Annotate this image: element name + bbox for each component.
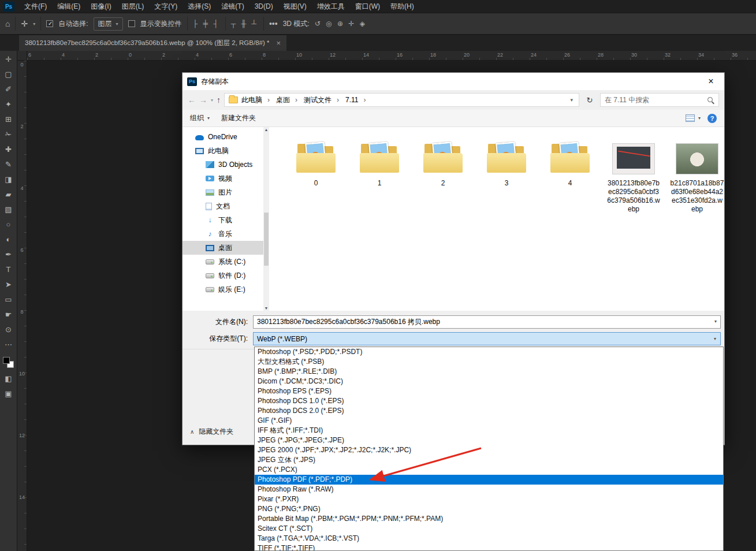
savetype-combobox[interactable]: WebP (*.WEBP) ▾ [253, 332, 721, 345]
folder-item[interactable]: 3 [475, 132, 538, 188]
quick-mask-icon[interactable]: ◧ [2, 374, 15, 383]
sidebar-scrollbar[interactable]: ▲ ▼ [263, 127, 269, 311]
sidebar-item-onedrive[interactable]: OneDrive [183, 130, 263, 144]
align-icons[interactable]: ├ ╪ ┤ [193, 20, 220, 28]
sidebar-item-downloads[interactable]: ↓ 下载 [183, 213, 263, 227]
filetype-option[interactable]: Photoshop EPS (*.EPS) [255, 386, 723, 396]
eraser-tool[interactable]: ▰ [2, 190, 15, 199]
gradient-tool[interactable]: ▧ [2, 205, 15, 214]
filetype-option[interactable]: TIFF (*.TIF;*.TIFF) [255, 543, 723, 551]
scrollbar-thumb[interactable] [264, 213, 269, 266]
healing-brush-tool[interactable]: ✚ [2, 145, 15, 154]
edit-toolbar-icon[interactable]: ⋯ [2, 340, 15, 349]
menu-item[interactable]: 3D(D) [249, 0, 278, 13]
pen-tool[interactable]: ✒ [2, 250, 15, 259]
breadcrumb-item[interactable]: 此电脑 [240, 95, 275, 105]
color-swatches[interactable] [3, 357, 14, 368]
file-item[interactable]: b21c8701a18b87d63f0e68eb44a2ec351e30fd2a… [665, 132, 724, 214]
eyedropper-tool[interactable]: ✁ [2, 130, 15, 139]
menu-item[interactable]: 帮助(H) [385, 0, 419, 13]
sidebar-item-this-pc[interactable]: 此电脑 [183, 144, 263, 158]
menu-item[interactable]: 视图(V) [278, 0, 312, 13]
quick-selection-tool[interactable]: ✦ [2, 100, 15, 109]
path-selection-tool[interactable]: ➤ [2, 280, 15, 289]
dodge-tool[interactable]: ◐ [2, 235, 15, 244]
filetype-option[interactable]: Photoshop DCS 2.0 (*.EPS) [255, 406, 723, 416]
sidebar-item-drive-d[interactable]: 软件 (D:) [183, 269, 263, 282]
chevron-down-icon[interactable]: ▾ [714, 336, 716, 341]
filetype-option[interactable]: JPEG 立体 (*.JPS) [255, 455, 723, 465]
search-box[interactable]: 在 7.11 中搜索 [600, 93, 719, 107]
filetype-option[interactable]: BMP (*.BMP;*.RLE;*.DIB) [255, 367, 723, 377]
filetype-option[interactable]: PNG (*.PNG;*.PNG) [255, 504, 723, 514]
view-toggle-button[interactable]: ▾ [686, 114, 701, 122]
filetype-option[interactable]: JPEG 2000 (*.JPF;*.JPX;*.JP2;*.J2C;*.J2K… [255, 445, 723, 455]
breadcrumb-item[interactable]: 测试文件 [303, 95, 344, 105]
sidebar-item-music[interactable]: ♪ 音乐 [183, 227, 263, 241]
filetype-option[interactable]: GIF (*.GIF) [255, 416, 723, 426]
chevron-down-icon[interactable]: ▾ [33, 21, 35, 27]
menu-item[interactable]: 滤镜(T) [216, 0, 249, 13]
scroll-down-icon[interactable]: ▼ [263, 306, 269, 310]
forward-button[interactable]: → [199, 96, 207, 104]
sidebar-item-drive-c[interactable]: 系统 (C:) [183, 255, 263, 269]
brush-tool[interactable]: ✎ [2, 160, 15, 169]
menu-item[interactable]: 选择(S) [183, 0, 216, 13]
sidebar-item-3d-objects[interactable]: 3D Objects [183, 158, 263, 172]
address-dropdown-icon[interactable]: ▾ [567, 97, 576, 103]
dialog-titlebar[interactable]: Ps 存储副本 × [183, 73, 724, 90]
zoom-tool[interactable]: ⊙ [2, 325, 15, 334]
shape-tool[interactable]: ▭ [2, 295, 15, 304]
foreground-color-swatch[interactable] [3, 357, 10, 364]
filetype-option[interactable]: Portable Bit Map (*.PBM;*.PGM;*.PPM;*.PN… [255, 514, 723, 524]
screen-mode-icon[interactable]: ▣ [2, 389, 15, 398]
back-button[interactable]: ← [188, 96, 196, 104]
new-folder-button[interactable]: 新建文件夹 [221, 113, 256, 123]
filetype-option[interactable]: Dicom (*.DCM;*.DC3;*.DIC) [255, 377, 723, 386]
home-icon[interactable]: ⌂ [5, 20, 10, 28]
document-tab[interactable]: 3801213fb80e7bec8295c6a0cbf36c379a506b16… [19, 35, 286, 51]
filetype-option[interactable]: JPEG (*.JPG;*.JPEG;*.JPE) [255, 435, 723, 445]
hand-tool[interactable]: ☛ [2, 310, 15, 319]
crop-tool[interactable]: ⊞ [2, 115, 15, 124]
marquee-tool[interactable]: ▢ [2, 70, 15, 79]
breadcrumb[interactable]: 此电脑桌面测试文件7.11 ▾ [224, 93, 579, 107]
3d-mode-icons[interactable]: ↺ ◎ ⊕ ✛ ◈ [315, 20, 367, 28]
menu-item[interactable]: 窗口(W) [350, 0, 385, 13]
filetype-option[interactable]: Scitex CT (*.SCT) [255, 524, 723, 534]
history-dropdown-icon[interactable]: ▾ [211, 98, 213, 103]
filetype-option[interactable]: Targa (*.TGA;*.VDA;*.ICB;*.VST) [255, 534, 723, 543]
menu-item[interactable]: 图层(L) [117, 0, 150, 13]
file-item[interactable]: 3801213fb80e7bec8295c6a0cbf36c379a506b16… [602, 132, 665, 214]
search-icon[interactable] [707, 96, 714, 104]
blur-tool[interactable]: ○ [2, 220, 15, 229]
breadcrumb-item[interactable]: 7.11 [344, 96, 371, 104]
breadcrumb-item[interactable]: 桌面 [275, 95, 303, 105]
menu-item[interactable]: 文字(Y) [149, 0, 183, 13]
sidebar-item-pictures[interactable]: 图片 [183, 185, 263, 199]
sidebar-item-videos[interactable]: 视频 [183, 172, 263, 185]
move-tool-preset-icon[interactable]: ✛ [21, 20, 28, 28]
menu-item[interactable]: 增效工具 [312, 0, 350, 13]
filetype-option[interactable]: Photoshop (*.PSD;*.PDD;*.PSDT) [255, 347, 723, 357]
filename-field[interactable]: ▾ [253, 315, 721, 329]
folder-item[interactable]: 4 [538, 132, 602, 188]
refresh-button[interactable]: ↻ [583, 93, 597, 107]
chevron-down-icon[interactable]: ▾ [714, 319, 717, 324]
more-options-icon[interactable]: ••• [269, 20, 278, 28]
folder-item[interactable]: 1 [348, 132, 411, 188]
hide-folders-button[interactable]: ∧ 隐藏文件夹 [190, 427, 233, 437]
move-tool[interactable]: ✛ [2, 55, 15, 64]
distribute-icons[interactable]: ┬ ╫ ┴ [231, 20, 258, 28]
show-transform-checkbox[interactable] [128, 20, 135, 27]
tab-close-icon[interactable]: × [276, 39, 281, 47]
type-tool[interactable]: T [2, 265, 15, 274]
folder-item[interactable]: 2 [411, 132, 475, 188]
menu-item[interactable]: 图像(I) [85, 0, 116, 13]
clone-stamp-tool[interactable]: ◨ [2, 175, 15, 184]
sidebar-item-documents[interactable]: 文档 [183, 199, 263, 213]
help-icon[interactable]: ? [707, 114, 717, 123]
sidebar-item-desktop[interactable]: 桌面 [183, 241, 263, 255]
filetype-option[interactable]: Photoshop Raw (*.RAW) [255, 485, 723, 494]
menu-item[interactable]: 编辑(E) [52, 0, 85, 13]
